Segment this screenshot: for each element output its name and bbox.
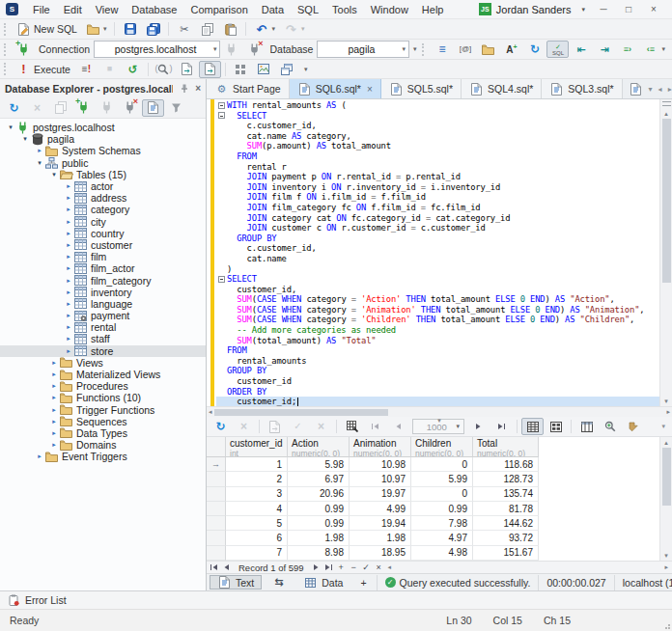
tab-list-icon[interactable]: ▾ [649,85,653,94]
collapse-icon[interactable]: ▾ [6,123,15,131]
refresh-button[interactable]: ↻ [3,99,25,117]
fold-collapse-icon[interactable] [218,112,225,119]
new-connection-button[interactable]: + [13,41,35,58]
tab-sql5-sql[interactable]: SQL5.sql* [381,79,462,98]
table-row[interactable]: 40.994.990.9981.78 [207,502,659,516]
scroll-down-icon[interactable]: ▾ [660,550,672,561]
grid-cell[interactable]: 10.98 [350,457,411,472]
scroll-right-icon[interactable]: ▸ [664,563,668,571]
column-visibility-button[interactable] [575,418,598,435]
table-row[interactable]: 320.9619.970135.74 [207,487,659,502]
new-connection-button[interactable]: + [72,99,95,117]
incremental-search-button[interactable] [599,418,621,435]
tree-item-language[interactable]: ▸language [0,298,206,310]
tree-item-trigger-functions[interactable]: ▸Trigger Functions [0,404,206,416]
table-row[interactable]: →15.9810.980118.68 [207,457,659,472]
add-view-tab[interactable]: + [352,575,374,590]
expand-icon[interactable]: ▸ [64,288,73,296]
edit-parameters-button[interactable]: ≡ [431,41,453,58]
stop-execution-button[interactable]: ■ [98,61,121,78]
tree-item-system-schemas[interactable]: ▸System Schemas [0,145,206,156]
scroll-right-icon[interactable]: ▸ [666,408,670,416]
collapse-icon[interactable]: ▾ [20,135,30,143]
increase-indent-button[interactable]: ⇥ [593,41,615,58]
expand-icon[interactable]: ▸ [49,382,59,390]
disconnect-button[interactable]: × [119,99,141,117]
expand-icon[interactable]: ▸ [64,335,73,343]
tree-item-event-triggers[interactable]: ▸Event Triggers [0,451,206,462]
query-profiler-button[interactable] [253,61,275,78]
tree-item-film[interactable]: ▸film [0,251,206,262]
grid-cell[interactable]: 5.98 [288,457,350,472]
connect-button[interactable] [96,99,118,117]
editor-vertical-scrollbar[interactable]: ▴ ▾ [659,99,672,406]
resize-grip[interactable] [664,623,670,629]
tree-item-data-types[interactable]: ▸Data Types [0,427,206,439]
editor-horizontal-scrollbar[interactable]: ◂ ▸ [207,406,672,417]
grid-cell[interactable]: 6 [226,531,288,545]
column-header-animation[interactable]: Animationnumeric(0, 0) [350,437,411,457]
grid-cell[interactable]: 0.99 [288,502,350,516]
page-first-button[interactable] [364,418,386,435]
grid-cell[interactable]: 81.78 [473,502,539,516]
attach-document-button[interactable] [199,61,221,78]
expand-icon[interactable]: ▸ [49,394,59,401]
expand-icon[interactable]: ▸ [49,359,59,367]
tab-sql3-sql[interactable]: SQL3.sql* [542,79,622,98]
menu-tools[interactable]: Tools [325,4,364,15]
minimize-button[interactable]: ─ [591,4,616,14]
grid-cell[interactable]: 0 [411,457,473,472]
new-sql-button[interactable]: New SQL [13,20,81,38]
tree-item-postgres-localhost[interactable]: ▾postgres.localhost [0,122,206,133]
toolbar-grip[interactable] [422,43,427,56]
database-select[interactable]: pagila ▾ [317,41,409,58]
save-button[interactable] [119,20,141,38]
record-prev-button[interactable] [221,562,232,573]
expand-icon[interactable]: ▸ [49,406,59,414]
record-delete-button[interactable]: − [349,562,359,573]
close-panel-icon[interactable]: × [195,83,201,94]
expand-icon[interactable]: ▸ [64,323,73,331]
column-header-action[interactable]: Actionnumeric(0, 0) [288,437,350,457]
refresh-results-button[interactable]: ↻ [210,418,232,435]
scrollbar-thumb[interactable] [214,409,388,416]
expand-icon[interactable]: ▸ [49,418,59,425]
card-view-button[interactable] [545,418,567,435]
expand-icon[interactable]: ▸ [64,312,73,319]
toolbar-grip[interactable] [4,63,9,75]
grid-cell[interactable]: 1.98 [288,531,350,545]
grid-cell[interactable]: 8.98 [288,546,350,561]
record-cancel-button[interactable]: × [374,562,384,573]
grid-cell[interactable]: 93.72 [473,531,539,545]
grid-cell[interactable]: 0.99 [411,502,473,516]
column-header-children[interactable]: Childrennumeric(0, 0) [411,437,473,457]
record-append-button[interactable]: + [336,562,347,573]
expand-icon[interactable]: ▸ [49,429,59,437]
expand-icon[interactable]: ▸ [35,147,44,154]
tree-item-functions-10[interactable]: ▸Functions (10) [0,392,206,403]
expand-icon[interactable]: ▸ [64,277,73,285]
record-last-button[interactable] [323,562,334,573]
menu-data[interactable]: Data [255,4,291,15]
data-view-tab[interactable]: Data [295,575,350,590]
grid-cell[interactable]: 0 [411,487,473,502]
uncomment-lines-button[interactable]: ‹≡ [639,41,661,58]
column-header-total[interactable]: Totalnumeric(0, 0) [473,437,539,457]
menu-view[interactable]: View [89,4,126,15]
record-accept-button[interactable]: ✓ [361,562,372,573]
expand-icon[interactable]: ▸ [64,264,73,272]
apply-changes-button[interactable]: ✓ [287,418,309,435]
connect-button[interactable] [220,41,242,58]
tab-start-page[interactable]: ⚙Start Page [207,79,290,98]
grid-cell[interactable]: 18.95 [350,546,411,561]
grid-view-button[interactable] [521,418,544,435]
toolbar-overflow-icon[interactable]: ▾ [661,423,669,430]
menu-edit[interactable]: Edit [57,4,89,15]
tree-item-procedures[interactable]: ▸Procedures [0,380,206,392]
tree-item-actor[interactable]: ▸actor [0,180,206,192]
new-window-button[interactable] [276,61,298,78]
grid-cell[interactable]: 144.62 [473,516,539,531]
menu-help[interactable]: Help [415,4,451,15]
tree-item-public[interactable]: ▾public [0,157,206,169]
layout-button[interactable] [230,61,252,78]
